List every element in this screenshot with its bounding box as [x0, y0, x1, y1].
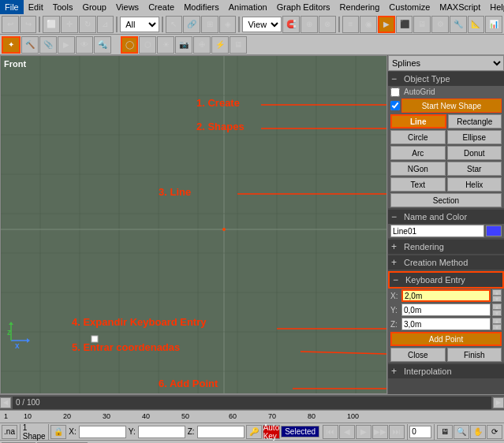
menu-modifiers[interactable]: Modifiers — [179, 0, 224, 14]
splines-dropdown[interactable]: Splines — [388, 55, 504, 71]
view-dropdown[interactable]: View — [242, 17, 282, 32]
circle-btn[interactable]: Circle — [390, 130, 446, 144]
ref-btn[interactable]: ◈ — [219, 16, 237, 33]
tl-right-btn[interactable]: ▶ — [493, 397, 504, 408]
menu-help[interactable]: Help — [485, 0, 504, 14]
play-btn[interactable]: ▶ — [356, 425, 371, 439]
light-tab[interactable]: ☀ — [157, 36, 174, 54]
object-name-input[interactable] — [390, 225, 484, 237]
menu-maxscript[interactable]: MAXScript — [435, 0, 485, 14]
key-icon[interactable]: 🔑 — [246, 425, 262, 439]
camera-tab[interactable]: 📷 — [175, 36, 192, 54]
ellipse-btn[interactable]: Ellipse — [447, 130, 502, 144]
pan-btn[interactable]: ✋ — [470, 425, 486, 439]
start-new-shape-btn[interactable]: Start New Shape — [401, 99, 502, 113]
frame-input[interactable] — [409, 426, 431, 438]
utility-tab[interactable]: 🔩 — [94, 36, 111, 54]
rotate-btn[interactable]: ↻ — [79, 16, 96, 33]
coord-x-input[interactable] — [79, 426, 126, 438]
next-btn[interactable]: ▶▶ — [372, 425, 388, 439]
interpolation-header[interactable]: + Interpolation — [388, 364, 504, 378]
undo-btn[interactable]: ↩ — [2, 16, 19, 33]
x-input[interactable] — [401, 289, 491, 302]
z-spin-up[interactable]: ▲ — [492, 318, 502, 324]
scale-btn[interactable]: ⊿ — [97, 16, 114, 33]
coord-y-input[interactable] — [138, 426, 185, 438]
select-btn[interactable]: ⬜ — [43, 16, 60, 33]
tools4-btn[interactable]: 📊 — [485, 16, 502, 33]
menu-edit[interactable]: Edit — [24, 0, 48, 14]
tools3-btn[interactable]: 📐 — [468, 16, 485, 33]
y-input[interactable] — [401, 303, 491, 316]
menu-tools[interactable]: Tools — [48, 0, 78, 14]
prev-frame-btn[interactable]: ⏮ — [323, 425, 338, 439]
menu-views[interactable]: Views — [111, 0, 144, 14]
text-btn[interactable]: Text — [390, 177, 446, 192]
y-spin-up[interactable]: ▲ — [492, 303, 502, 310]
coord-z-input[interactable] — [197, 426, 245, 438]
menu-create[interactable]: Create — [144, 0, 179, 14]
render3-btn[interactable]: 🖥 — [413, 16, 431, 33]
rendering-header[interactable]: + Rendering — [388, 240, 504, 254]
autogrid-checkbox[interactable] — [390, 87, 400, 97]
z-spin-down[interactable]: ▼ — [492, 324, 502, 330]
geo-tab[interactable]: ⬡ — [139, 36, 156, 54]
menu-group[interactable]: Group — [77, 0, 111, 14]
y-spin-down[interactable]: ▼ — [492, 310, 502, 316]
material-btn[interactable]: ◉ — [360, 16, 377, 33]
donut-btn[interactable]: Donut — [447, 146, 502, 160]
menu-animation[interactable]: Animation — [224, 0, 272, 14]
orbit-btn[interactable]: ⟳ — [487, 425, 502, 439]
system-tab[interactable]: 🖥 — [230, 36, 247, 54]
x-spin-down[interactable]: ▼ — [492, 296, 502, 302]
snap-btn[interactable]: ⊕ — [301, 16, 318, 33]
tl-left-btn[interactable]: ◀ — [0, 397, 11, 408]
motion-tab[interactable]: ▶ — [58, 36, 75, 54]
x-spin-up[interactable]: ▲ — [492, 289, 502, 296]
layer-btn[interactable]: ≡ — [342, 16, 360, 33]
add-point-btn[interactable]: Add Point — [390, 332, 502, 346]
magnet-btn[interactable]: 🧲 — [282, 16, 300, 33]
tools1-btn[interactable]: ⚙ — [431, 16, 449, 33]
ngon-btn[interactable]: NGon — [390, 162, 446, 176]
keyboard-entry-header[interactable]: − Keyboard Entry — [388, 271, 504, 289]
prev-btn[interactable]: ◀ — [339, 425, 355, 439]
color-swatch[interactable] — [486, 225, 502, 236]
section-btn[interactable]: Section — [390, 193, 502, 207]
helix-btn[interactable]: Helix — [447, 177, 502, 192]
menu-customize[interactable]: Customize — [384, 0, 435, 14]
viewport-front[interactable]: Front — [0, 55, 387, 394]
arc-btn[interactable]: Arc — [390, 146, 446, 160]
view-btn2[interactable]: 🖥 — [437, 425, 453, 439]
rectangle-btn[interactable]: Rectangle — [448, 114, 502, 128]
star-btn[interactable]: Star — [447, 162, 502, 176]
helper-tab[interactable]: ✙ — [193, 36, 211, 54]
select-obj-btn[interactable]: ↖ — [166, 16, 183, 33]
display-tab[interactable]: 👁 — [76, 36, 93, 54]
menu-rendering[interactable]: Rendering — [335, 0, 385, 14]
modify-tab[interactable]: 🔨 — [21, 36, 39, 54]
hierarchy-tab[interactable]: 📎 — [39, 36, 57, 54]
na-btn[interactable]: .na — [2, 425, 17, 439]
menu-file[interactable]: File — [0, 0, 24, 14]
redo-btn[interactable]: ↪ — [20, 16, 37, 33]
render2-btn[interactable]: ⬛ — [396, 16, 413, 33]
z-input[interactable] — [401, 318, 491, 330]
zoom-btn[interactable]: 🔍 — [454, 425, 469, 439]
snap2-btn[interactable]: ⊗ — [319, 16, 336, 33]
link-btn[interactable]: 🔗 — [183, 16, 200, 33]
timeline-bar[interactable]: 0 / 100 — [13, 396, 491, 409]
space-tab[interactable]: ⚡ — [211, 36, 229, 54]
next-frame-btn[interactable]: ⏭ — [389, 425, 405, 439]
startnewshape-checkbox[interactable] — [390, 101, 400, 110]
render-btn[interactable]: ▶ — [378, 16, 395, 33]
name-color-header[interactable]: − Name and Color — [388, 210, 504, 224]
lock-btn[interactable]: 🔒 — [50, 425, 66, 439]
creation-method-header[interactable]: + Creation Method — [388, 255, 504, 270]
menu-graph-editors[interactable]: Graph Editors — [272, 0, 335, 14]
shapes-tab[interactable]: ◯ — [121, 36, 138, 54]
filter-dropdown[interactable]: All — [120, 17, 159, 32]
move-btn[interactable]: ✛ — [61, 16, 78, 33]
finish-btn[interactable]: Finish — [447, 348, 502, 362]
create-tab[interactable]: ✦ — [2, 36, 21, 54]
